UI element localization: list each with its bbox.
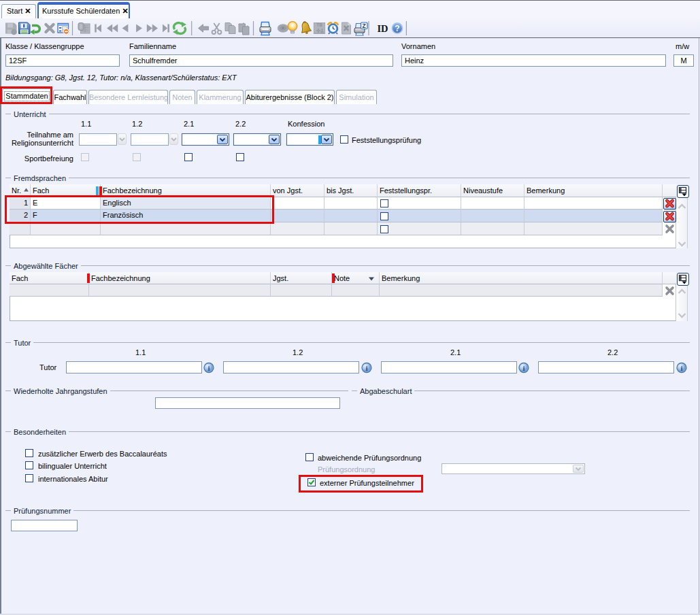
svg-text:TB: TB [316, 22, 322, 27]
svg-text:ID: ID [377, 23, 388, 34]
svg-text:i: i [365, 364, 367, 372]
svg-text:i: i [680, 364, 682, 372]
svg-text:?: ? [395, 24, 399, 33]
svg-text:i: i [207, 364, 210, 372]
svg-text:i: i [522, 364, 524, 372]
svg-text:Z: Z [363, 22, 366, 29]
